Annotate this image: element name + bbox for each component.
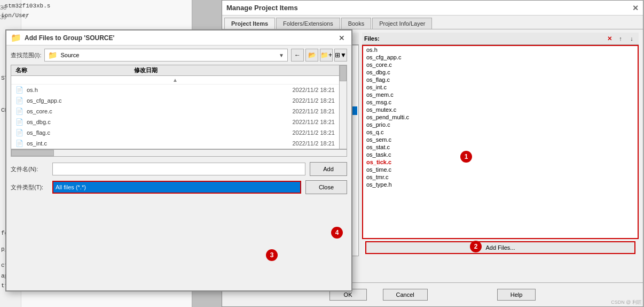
tab-project-info[interactable]: Project Info/Layer (372, 18, 432, 29)
col-name: 名称 (15, 66, 27, 74)
doc-icon: 📄 (15, 108, 23, 115)
add-files-dialog: 📁 Add Files to Group 'SOURCE' ✕ 查找范围(I):… (5, 29, 352, 291)
up-folder-icon[interactable]: 📂 (305, 49, 318, 62)
file-list-header: 名称 修改日期 (11, 65, 339, 76)
dropdown-arrow-icon: ▼ (279, 52, 284, 58)
file-name: os_cfg_app.c (27, 97, 289, 104)
doc-icon: 📄 (15, 129, 23, 136)
new-folder-icon[interactable]: 📁+ (320, 49, 333, 62)
file-name: os_core.c (27, 108, 289, 114)
doc-icon: 📄 (15, 86, 23, 94)
delete-file-icon[interactable]: ✕ (604, 34, 614, 43)
file-item[interactable]: os_time.c (363, 166, 638, 173)
badge-3: 3 (266, 249, 278, 261)
file-list-item[interactable]: 📄 os.h 2022/11/2 18:21 (11, 85, 339, 95)
location-dropdown[interactable]: 📁 Source ▼ (44, 49, 288, 62)
cancel-button[interactable]: Cancel (383, 289, 428, 301)
file-name: os_flag.c (27, 129, 289, 136)
add-button[interactable]: Add (310, 162, 347, 176)
folder-icon: 📁 (48, 51, 57, 59)
nav-icons: ← 📂 📁+ ⊞▼ (291, 49, 347, 62)
sort-arrow-icon: ▲ (172, 77, 178, 83)
move-file-down-icon[interactable]: ↓ (627, 34, 637, 43)
files-label: Files: (364, 35, 380, 42)
manage-title: Manage Project Items (226, 4, 298, 12)
file-item[interactable]: os_stat.c (363, 143, 638, 151)
filetype-value: All files (*.*) (56, 184, 86, 190)
file-name: os_int.c (27, 140, 289, 147)
file-date: 2022/11/2 18:21 (292, 87, 335, 93)
tab-folders-extensions[interactable]: Folders/Extensions (276, 18, 340, 29)
file-list-item[interactable]: 📄 os_int.c 2022/11/2 18:21 (11, 138, 339, 149)
doc-icon: 📄 (15, 140, 23, 147)
badge-2: 2 (470, 241, 482, 252)
watermark: CSDN @ 利匠 (611, 299, 642, 306)
filename-row: 文件名(N): Add (6, 159, 351, 179)
filetype-label: 文件类型(T): (11, 183, 48, 191)
back-icon[interactable]: ← (291, 49, 304, 62)
file-item[interactable]: os_sem.c (363, 136, 638, 143)
file-list-scrollbar[interactable] (339, 65, 347, 149)
file-item[interactable]: os.h (363, 46, 638, 53)
file-item[interactable]: os_cfg_app.c (363, 53, 638, 61)
badge-1: 1 (460, 151, 472, 163)
file-name: os.h (27, 87, 289, 93)
files-panel-header: Files: ✕ ↑ ↓ (362, 33, 639, 45)
filename-label: 文件名(N): (11, 165, 48, 173)
add-files-close-button[interactable]: ✕ (336, 33, 347, 43)
file-item[interactable]: os_mem.c (363, 91, 638, 98)
file-date: 2022/11/2 18:21 (292, 108, 335, 114)
add-files-title-text: Add Files to Group 'SOURCE' (25, 34, 114, 42)
location-label: 查找范围(I): (11, 51, 41, 59)
file-date: 2022/11/2 18:21 (292, 140, 335, 147)
file-list-item[interactable]: 📄 os_core.c 2022/11/2 18:21 (11, 106, 339, 117)
col-date: 修改日期 (134, 66, 158, 74)
file-item[interactable]: os_prio.c (363, 121, 638, 128)
tab-project-items[interactable]: Project Items (224, 18, 275, 29)
file-list-item[interactable]: 📄 os_cfg_app.c 2022/11/2 18:21 (11, 95, 339, 106)
add-files-title-bar: 📁 Add Files to Group 'SOURCE' ✕ (6, 30, 351, 45)
file-item[interactable]: os_type.h (363, 181, 638, 188)
file-list-item[interactable]: 📄 os_flag.c 2022/11/2 18:21 (11, 127, 339, 138)
file-name: os_dbg.c (27, 119, 289, 125)
doc-icon: 📄 (15, 118, 23, 126)
file-item[interactable]: os_task.c (363, 151, 638, 158)
view-toggle-icon[interactable]: ⊞▼ (334, 49, 347, 62)
doc-icon: 📄 (15, 97, 23, 104)
file-date: 2022/11/2 18:21 (292, 97, 335, 104)
tab-books[interactable]: Books (341, 18, 372, 29)
file-list-item[interactable]: 📄 os_dbg.c 2022/11/2 18:21 (11, 117, 339, 127)
add-files-button[interactable]: Add Files... (365, 241, 635, 254)
file-item-tick[interactable]: os_tick.c (363, 158, 638, 166)
location-row: 查找范围(I): 📁 Source ▼ ← 📂 📁+ ⊞▼ (6, 45, 351, 65)
location-value: Source (60, 52, 79, 58)
file-item[interactable]: os_pend_multi.c (363, 113, 638, 121)
help-button[interactable]: Help (497, 289, 536, 301)
file-item[interactable]: os_msg.c (363, 98, 638, 106)
file-list-hscrollbar[interactable] (11, 149, 347, 157)
file-item[interactable]: os_q.c (363, 128, 638, 136)
close-button[interactable]: Close (305, 180, 347, 194)
file-item[interactable]: os_tmr.c (363, 173, 638, 181)
file-item[interactable]: os_core.c (363, 61, 638, 68)
file-item[interactable]: os_dbg.c (363, 68, 638, 76)
file-date: 2022/11/2 18:21 (292, 119, 335, 125)
file-date: 2022/11/2 18:21 (292, 129, 335, 136)
filetype-select[interactable]: All files (*.*) (52, 181, 301, 194)
filename-input[interactable] (52, 163, 305, 175)
badge-4: 4 (331, 227, 343, 239)
file-item[interactable]: os_int.c (363, 83, 638, 91)
manage-title-bar: Manage Project Items ✕ (222, 1, 643, 16)
file-item[interactable]: os_flag.c (363, 76, 638, 83)
file-item[interactable]: os_mutex.c (363, 106, 638, 113)
manage-close-icon[interactable]: ✕ (632, 4, 639, 12)
tab-bar: Project Items Folders/Extensions Books P… (222, 16, 643, 29)
move-file-up-icon[interactable]: ↑ (616, 34, 625, 43)
filetype-row: 文件类型(T): All files (*.*) Close (6, 179, 351, 195)
